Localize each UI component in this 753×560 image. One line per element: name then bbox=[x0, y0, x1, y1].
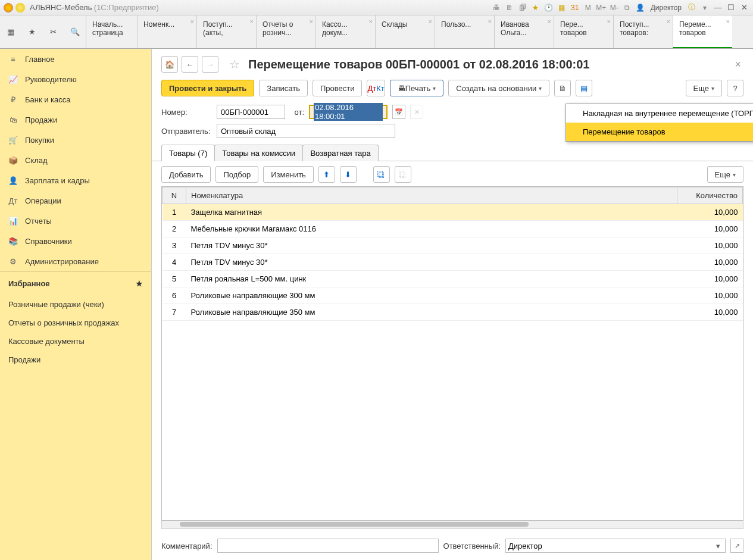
sidebar-item-5[interactable]: 📦Склад bbox=[0, 150, 151, 170]
close-icon[interactable]: × bbox=[250, 18, 254, 25]
apps-icon[interactable]: ▦ bbox=[0, 15, 21, 48]
close-button[interactable]: ✕ bbox=[739, 2, 749, 13]
tab-4[interactable]: ×Склады bbox=[375, 15, 435, 48]
calendar-icon[interactable]: 31 bbox=[570, 2, 580, 13]
close-icon[interactable]: × bbox=[190, 18, 194, 25]
calc-icon[interactable]: ▦ bbox=[557, 2, 567, 13]
add-button[interactable]: Добавить bbox=[161, 166, 211, 183]
col-quantity[interactable]: Количество bbox=[677, 187, 743, 204]
table-row[interactable]: 2Мебельные крючки Магамакс 011610,000 bbox=[163, 221, 743, 237]
more-button[interactable]: Еще bbox=[686, 80, 722, 96]
table-row[interactable]: 3Петля TDV минус 30*10,000 bbox=[163, 237, 743, 254]
sidebar-item-10[interactable]: ⚙Администрирование bbox=[0, 251, 151, 271]
tab-9[interactable]: ×Переме...товаров bbox=[673, 15, 732, 48]
table-row[interactable]: 6Роликовые направляющие 300 мм10,000 bbox=[163, 287, 743, 304]
table-row[interactable]: 4Петля TDV минус 30*10,000 bbox=[163, 254, 743, 271]
tab-5[interactable]: ×Пользо... bbox=[435, 15, 494, 48]
attach-button[interactable]: 🗎 bbox=[554, 80, 571, 96]
home-button[interactable]: 🏠 bbox=[161, 56, 178, 73]
fav-outline-star-icon[interactable]: ☆ bbox=[229, 57, 240, 71]
table-row[interactable]: 1Защелка магнитная10,000 bbox=[163, 204, 743, 221]
date-clear-button[interactable]: ✕ bbox=[410, 105, 423, 119]
user-name[interactable]: Директор bbox=[648, 4, 684, 12]
detail-tab-0[interactable]: Товары (7) bbox=[161, 145, 215, 161]
panels-icon[interactable]: ⧉ bbox=[622, 2, 633, 13]
list-button[interactable]: ▤ bbox=[576, 80, 592, 96]
favorite-item-1[interactable]: Отчеты о розничных продажах bbox=[0, 314, 151, 332]
forward-button[interactable]: → bbox=[202, 56, 218, 73]
move-down-button[interactable]: ⬇ bbox=[340, 166, 357, 183]
m-minus-icon[interactable]: M- bbox=[609, 2, 620, 13]
horizontal-scrollbar[interactable] bbox=[161, 521, 743, 529]
detail-tab-2[interactable]: Возвратная тара bbox=[302, 145, 378, 161]
responsible-input[interactable]: Директор ▾ bbox=[505, 539, 726, 553]
col-n[interactable]: N bbox=[163, 187, 186, 204]
pick-button[interactable]: Подбор bbox=[215, 166, 258, 183]
m-plus-icon[interactable]: M+ bbox=[596, 2, 607, 13]
sidebar-item-0[interactable]: ≡Главное bbox=[0, 49, 151, 69]
calendar-button[interactable]: 📅 bbox=[392, 105, 405, 119]
sidebar-item-8[interactable]: 📊Отчеты bbox=[0, 211, 151, 231]
tab-8[interactable]: ×Поступ...товаров: bbox=[613, 15, 673, 48]
close-icon[interactable]: × bbox=[429, 18, 432, 25]
close-icon[interactable]: × bbox=[607, 18, 611, 25]
date-input[interactable]: 02.08.2016 18:00:01 bbox=[309, 105, 388, 119]
close-icon[interactable]: × bbox=[726, 18, 730, 25]
sidebar-item-6[interactable]: 👤Зарплата и кадры bbox=[0, 170, 151, 190]
table-row[interactable]: 7Роликовые направляющие 350 мм10,000 bbox=[163, 304, 743, 321]
tab-2[interactable]: ×Отчеты орознич... bbox=[256, 15, 315, 48]
close-icon[interactable]: × bbox=[667, 18, 670, 25]
back-button[interactable]: ← bbox=[182, 56, 198, 73]
post-button[interactable]: Провести bbox=[313, 80, 363, 96]
favorite-item-2[interactable]: Кассовые документы bbox=[0, 332, 151, 351]
sidebar-item-3[interactable]: 🛍Продажи bbox=[0, 110, 151, 130]
paste-button[interactable]: ⿻ bbox=[395, 166, 411, 183]
tab-0[interactable]: ×Номенк... bbox=[137, 15, 196, 48]
close-icon[interactable]: × bbox=[548, 18, 551, 25]
sidebar-item-7[interactable]: ДтОперации bbox=[0, 190, 151, 211]
table-more-button[interactable]: Еще bbox=[707, 166, 743, 183]
change-button[interactable]: Изменить bbox=[263, 166, 314, 183]
save-button[interactable]: Записать bbox=[259, 80, 308, 96]
print-menu-item-0[interactable]: Накладная на внутреннее перемещение (ТОР… bbox=[566, 104, 753, 123]
star-solid-icon[interactable]: ★ bbox=[136, 279, 143, 288]
tab-1[interactable]: ×Поступ...(акты, bbox=[196, 15, 256, 48]
close-icon[interactable]: × bbox=[488, 18, 492, 25]
history-icon[interactable]: 🕑 bbox=[543, 2, 554, 13]
help-button[interactable]: ? bbox=[727, 80, 743, 96]
table-container[interactable]: N Номенклатура Количество 1Защелка магни… bbox=[161, 186, 743, 521]
scroll-thumb[interactable] bbox=[180, 522, 529, 527]
sidebar-item-2[interactable]: ₽Банк и касса bbox=[0, 89, 151, 110]
print-icon[interactable]: 🖶 bbox=[491, 2, 502, 13]
sidebar-item-4[interactable]: 🛒Покупки bbox=[0, 130, 151, 150]
maximize-button[interactable]: ☐ bbox=[726, 2, 736, 13]
post-and-close-button[interactable]: Провести и закрыть bbox=[161, 80, 254, 96]
tab-home[interactable]: Началь... страница bbox=[86, 15, 137, 48]
close-icon[interactable]: × bbox=[310, 18, 313, 25]
tab-6[interactable]: ×ИвановаОльга... bbox=[494, 15, 554, 48]
tab-3[interactable]: ×Кассо...докум... bbox=[315, 15, 375, 48]
favorite-item-3[interactable]: Продажи bbox=[0, 351, 151, 369]
sidebar-item-1[interactable]: 📈Руководителю bbox=[0, 69, 151, 89]
comment-input[interactable] bbox=[217, 539, 439, 553]
star-icon[interactable]: ★ bbox=[21, 15, 43, 48]
sidebar-item-9[interactable]: 📚Справочники bbox=[0, 231, 151, 251]
favorites-icon[interactable]: ★ bbox=[530, 2, 541, 13]
compare-icon[interactable]: 🗐 bbox=[517, 2, 528, 13]
search-icon[interactable]: 🔍 bbox=[64, 15, 86, 48]
print-menu-item-1[interactable]: Перемещение товаров bbox=[566, 123, 753, 141]
table-row[interactable]: 5Петля рояльная L=500 мм. цинк10,000 bbox=[163, 271, 743, 287]
sender-input[interactable]: Оптовый склад bbox=[217, 124, 395, 138]
minimize-button[interactable]: — bbox=[713, 2, 723, 13]
copy-button[interactable]: ⿻ bbox=[373, 166, 390, 183]
number-input[interactable]: 00БП-000001 bbox=[217, 105, 285, 119]
create-based-button[interactable]: Создать на основании bbox=[448, 80, 549, 96]
print-dropdown-button[interactable]: 🖶 Печать bbox=[390, 80, 444, 96]
favorite-item-0[interactable]: Розничные продажи (чеки) bbox=[0, 295, 151, 314]
clipboard-icon[interactable]: ✂ bbox=[43, 15, 64, 48]
responsible-dd-icon[interactable]: ▾ bbox=[714, 542, 723, 550]
app-menu-icon[interactable] bbox=[15, 3, 25, 12]
move-up-button[interactable]: ⬆ bbox=[318, 166, 335, 183]
m-icon[interactable]: M bbox=[583, 2, 593, 13]
tab-7[interactable]: ×Пере...товаров bbox=[554, 15, 613, 48]
